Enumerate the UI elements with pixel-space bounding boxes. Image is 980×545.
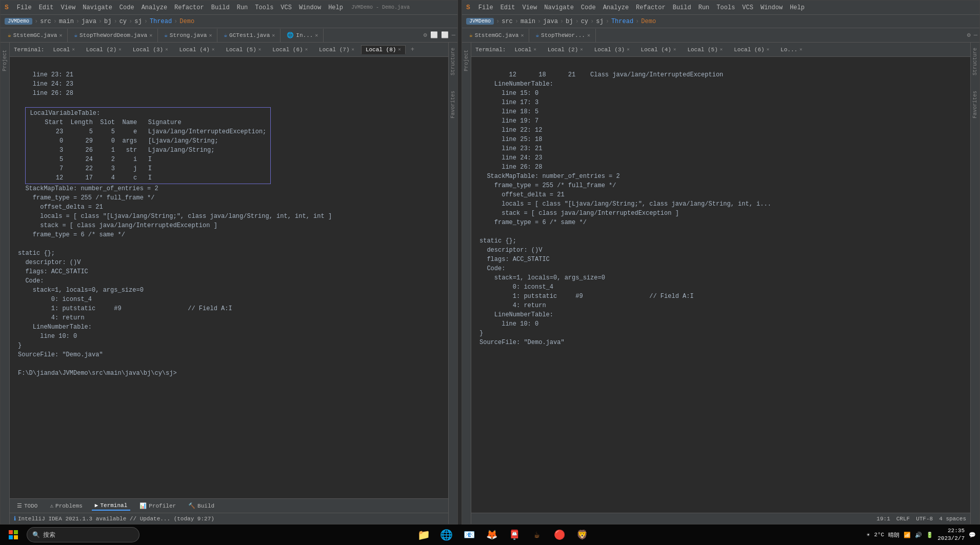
right-bc-cy[interactable]: cy [581, 18, 588, 25]
profiler-button[interactable]: 📊 Profiler [136, 501, 179, 510]
terminal-tab-local4[interactable]: Local (4) ✕ [175, 45, 219, 54]
right-menu-vcs[interactable]: VCS [739, 3, 756, 12]
right-project-badge[interactable]: JVMDemo [466, 18, 494, 25]
taskbar-app-explorer[interactable]: 📁 [414, 526, 434, 544]
taskbar-app-3[interactable]: 📮 [504, 526, 525, 544]
right-menu-help[interactable]: Help [787, 3, 808, 12]
right-terminal-tab-local5-close[interactable]: ✕ [720, 47, 723, 52]
right-tab-stopword[interactable]: ☕ StopTheWor... ✕ [530, 29, 595, 42]
right-tab-close-ststemgc[interactable]: ✕ [521, 32, 524, 38]
terminal-tab-local8[interactable]: Local (8) ✕ [361, 45, 406, 54]
right-terminal-tab-local7-close[interactable]: ✕ [799, 47, 802, 52]
favorites-label-right[interactable]: Favorites [972, 91, 978, 118]
settings-icon[interactable]: ⚙ [424, 31, 427, 39]
tab-in[interactable]: 🌐 In... ✕ [282, 29, 324, 42]
tab-gctest[interactable]: ☕ GCTest1.java ✕ [218, 29, 281, 42]
menu-file[interactable]: File [14, 3, 35, 12]
right-tab-close-stopword[interactable]: ✕ [587, 32, 590, 38]
bc-src[interactable]: src [40, 18, 51, 25]
terminal-tab-local5-close[interactable]: ✕ [258, 47, 261, 52]
right-terminal-tab-local-close[interactable]: ✕ [533, 47, 536, 52]
right-menu-window[interactable]: Window [757, 3, 786, 12]
right-terminal-tab-local6-close[interactable]: ✕ [767, 47, 769, 52]
right-terminal-tab-local3-close[interactable]: ✕ [627, 47, 629, 52]
terminal-tab-local7[interactable]: Local (7) ✕ [314, 45, 359, 54]
menu-code[interactable]: Code [116, 3, 137, 12]
menu-analyze[interactable]: Analyze [138, 3, 170, 12]
right-bc-src[interactable]: src [502, 18, 513, 25]
structure-label-right[interactable]: Structure [972, 48, 978, 75]
menu-navigate[interactable]: Navigate [79, 3, 115, 12]
right-settings-icon[interactable]: ⚙ [967, 31, 971, 39]
right-menu-refactor[interactable]: Refactor [633, 3, 669, 12]
bc-cy[interactable]: cy [119, 18, 127, 25]
right-terminal-tab-local3[interactable]: Local (3) ✕ [590, 45, 634, 54]
right-terminal-tab-local6[interactable]: Local (6) ✕ [729, 45, 774, 54]
project-badge[interactable]: JVMDemo [5, 18, 32, 25]
right-minus-icon[interactable]: — [974, 32, 977, 39]
tab-close-gctest[interactable]: ✕ [272, 32, 275, 38]
terminal-tab-local6-close[interactable]: ✕ [305, 47, 308, 52]
menu-build[interactable]: Build [208, 3, 233, 12]
menu-refactor[interactable]: Refactor [171, 3, 207, 12]
right-terminal-tab-local5[interactable]: Local (5) ✕ [683, 45, 727, 54]
taskbar-search[interactable]: 🔍 搜索 [27, 527, 139, 542]
terminal-tab-local8-close[interactable]: ✕ [398, 47, 401, 52]
right-menu-tools[interactable]: Tools [713, 3, 738, 12]
split-vertical-icon[interactable]: ⬜ [430, 31, 438, 39]
terminal-tab-local5[interactable]: Local (5) ✕ [221, 45, 266, 54]
bc-thread[interactable]: Thread [150, 18, 172, 25]
right-terminal-tab-local7[interactable]: Lo... ✕ [776, 45, 807, 54]
favorites-label-left[interactable]: Favorites [450, 91, 456, 118]
terminal-tab-local3-close[interactable]: ✕ [165, 47, 168, 52]
bc-sj[interactable]: sj [134, 18, 142, 25]
menu-edit[interactable]: Edit [36, 3, 57, 12]
build-button[interactable]: 🔨 Build [185, 501, 217, 510]
right-bc-main[interactable]: main [521, 18, 535, 25]
split-horizontal-icon[interactable]: ⬜ [441, 31, 449, 39]
menu-run[interactable]: Run [234, 3, 251, 12]
taskbar-app-edge[interactable]: 🌐 [436, 526, 457, 544]
right-terminal-tab-local4[interactable]: Local (4) ✕ [636, 45, 681, 54]
tab-ststemgc[interactable]: ☕ StstemGC.java ✕ [3, 29, 68, 42]
terminal-tab-local4-close[interactable]: ✕ [212, 47, 214, 52]
right-terminal-tab-local4-close[interactable]: ✕ [673, 47, 676, 52]
tab-close-strong[interactable]: ✕ [209, 32, 212, 38]
right-bc-demo[interactable]: Demo [641, 18, 656, 25]
tab-close-stopword[interactable]: ✕ [149, 32, 152, 38]
terminal-tab-local2[interactable]: Local (2) ✕ [82, 45, 126, 54]
tab-stopword[interactable]: ☕ StopTheWordDeom.java ✕ [69, 29, 158, 42]
right-terminal-tab-local2[interactable]: Local (2) ✕ [543, 45, 588, 54]
terminal-button[interactable]: ▶ Terminal [92, 501, 130, 511]
menu-help[interactable]: Help [325, 3, 346, 12]
terminal-tab-local3[interactable]: Local (3) ✕ [128, 45, 173, 54]
right-menu-build[interactable]: Build [670, 3, 694, 12]
tab-close-in[interactable]: ✕ [315, 32, 318, 38]
menu-view[interactable]: View [57, 3, 78, 12]
terminal-tab-local-close[interactable]: ✕ [72, 47, 74, 52]
bc-demo[interactable]: Demo [179, 18, 194, 25]
taskbar-app-6[interactable]: 🦁 [572, 526, 592, 544]
terminal-tab-local6[interactable]: Local (6) ✕ [268, 45, 312, 54]
right-menu-file[interactable]: File [475, 3, 496, 12]
right-bc-sj[interactable]: sj [596, 18, 603, 25]
right-menu-navigate[interactable]: Navigate [541, 3, 577, 12]
problems-button[interactable]: ⚠ Problems [47, 501, 85, 510]
menu-tools[interactable]: Tools [252, 3, 276, 12]
right-bc-bj[interactable]: bj [566, 18, 573, 25]
right-project-label[interactable]: Project [463, 48, 470, 73]
taskbar-app-1[interactable]: 📧 [459, 526, 479, 544]
menu-window[interactable]: Window [296, 3, 324, 12]
taskbar-clock[interactable]: 22:35 2023/2/7 [937, 527, 965, 543]
right-menu-view[interactable]: View [519, 3, 540, 12]
right-tab-ststemgc[interactable]: ☕ StstemGC.java ✕ [464, 29, 529, 42]
right-menu-run[interactable]: Run [695, 3, 713, 12]
start-button[interactable] [4, 526, 23, 544]
bc-bj[interactable]: bj [104, 18, 111, 25]
menu-vcs[interactable]: VCS [277, 3, 295, 12]
right-menu-edit[interactable]: Edit [497, 3, 518, 12]
taskbar-app-4[interactable]: ☕ [527, 526, 547, 544]
left-code-area[interactable]: line 23: 21 line 24: 23 line 26: 28 Loca… [10, 57, 448, 498]
right-menu-analyze[interactable]: Analyze [600, 3, 632, 12]
right-terminal-tab-local[interactable]: Local ✕ [510, 45, 541, 54]
